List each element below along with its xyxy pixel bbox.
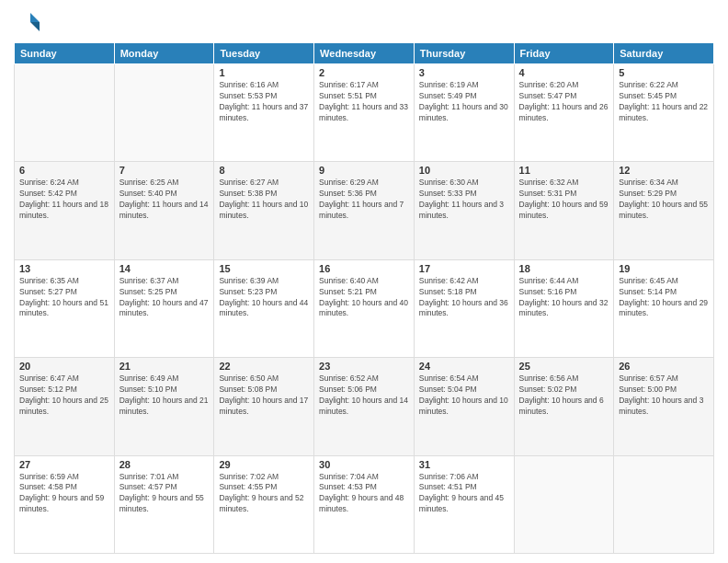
calendar-cell: 22Sunrise: 6:50 AMSunset: 5:08 PMDayligh… bbox=[214, 358, 314, 455]
week-row-1: 1Sunrise: 6:16 AMSunset: 5:53 PMDaylight… bbox=[15, 64, 714, 162]
logo bbox=[14, 9, 43, 35]
weekday-header-monday: Monday bbox=[114, 43, 214, 64]
day-info: Sunrise: 6:49 AMSunset: 5:10 PMDaylight:… bbox=[119, 373, 210, 418]
day-number: 20 bbox=[19, 361, 109, 372]
day-number: 30 bbox=[319, 459, 409, 470]
calendar-cell: 13Sunrise: 6:35 AMSunset: 5:27 PMDayligh… bbox=[15, 259, 115, 357]
calendar-cell: 8Sunrise: 6:27 AMSunset: 5:38 PMDaylight… bbox=[214, 162, 314, 259]
day-number: 2 bbox=[319, 67, 409, 78]
week-row-2: 6Sunrise: 6:24 AMSunset: 5:42 PMDaylight… bbox=[15, 162, 714, 259]
day-number: 28 bbox=[119, 459, 210, 470]
day-number: 8 bbox=[219, 165, 309, 176]
day-number: 6 bbox=[19, 165, 109, 176]
day-info: Sunrise: 6:44 AMSunset: 5:16 PMDaylight:… bbox=[519, 276, 609, 320]
calendar-cell: 28Sunrise: 7:01 AMSunset: 4:57 PMDayligh… bbox=[114, 455, 214, 553]
day-number: 1 bbox=[219, 67, 309, 78]
weekday-header-tuesday: Tuesday bbox=[214, 43, 314, 64]
calendar-cell: 26Sunrise: 6:57 AMSunset: 5:00 PMDayligh… bbox=[614, 358, 714, 455]
calendar-cell bbox=[15, 64, 115, 162]
day-info: Sunrise: 6:47 AMSunset: 5:12 PMDaylight:… bbox=[19, 373, 109, 418]
day-info: Sunrise: 6:45 AMSunset: 5:14 PMDaylight:… bbox=[619, 276, 709, 320]
day-number: 15 bbox=[219, 263, 309, 274]
day-info: Sunrise: 6:42 AMSunset: 5:18 PMDaylight:… bbox=[419, 276, 509, 320]
calendar-cell bbox=[614, 455, 714, 553]
day-number: 10 bbox=[419, 165, 509, 176]
day-number: 26 bbox=[619, 361, 709, 372]
calendar-cell: 2Sunrise: 6:17 AMSunset: 5:51 PMDaylight… bbox=[314, 64, 415, 162]
day-info: Sunrise: 6:30 AMSunset: 5:33 PMDaylight:… bbox=[419, 178, 509, 222]
day-info: Sunrise: 6:35 AMSunset: 5:27 PMDaylight:… bbox=[19, 276, 109, 320]
weekday-header-sunday: Sunday bbox=[15, 43, 115, 64]
day-info: Sunrise: 7:01 AMSunset: 4:57 PMDaylight:… bbox=[119, 472, 210, 516]
day-number: 29 bbox=[219, 459, 309, 470]
calendar-table: SundayMondayTuesdayWednesdayThursdayFrid… bbox=[14, 42, 714, 554]
week-row-5: 27Sunrise: 6:59 AMSunset: 4:58 PMDayligh… bbox=[15, 455, 714, 553]
calendar-cell: 17Sunrise: 6:42 AMSunset: 5:18 PMDayligh… bbox=[414, 259, 514, 357]
calendar-cell: 16Sunrise: 6:40 AMSunset: 5:21 PMDayligh… bbox=[314, 259, 415, 357]
day-info: Sunrise: 6:27 AMSunset: 5:38 PMDaylight:… bbox=[219, 178, 309, 222]
day-info: Sunrise: 6:29 AMSunset: 5:36 PMDaylight:… bbox=[319, 178, 409, 222]
day-info: Sunrise: 6:52 AMSunset: 5:06 PMDaylight:… bbox=[319, 373, 409, 418]
day-number: 22 bbox=[219, 361, 309, 372]
week-row-3: 13Sunrise: 6:35 AMSunset: 5:27 PMDayligh… bbox=[15, 259, 714, 357]
calendar-cell: 7Sunrise: 6:25 AMSunset: 5:40 PMDaylight… bbox=[114, 162, 214, 259]
calendar-cell: 5Sunrise: 6:22 AMSunset: 5:45 PMDaylight… bbox=[614, 64, 714, 162]
calendar-cell: 23Sunrise: 6:52 AMSunset: 5:06 PMDayligh… bbox=[314, 358, 415, 455]
day-info: Sunrise: 7:06 AMSunset: 4:51 PMDaylight:… bbox=[419, 472, 509, 516]
day-number: 25 bbox=[519, 361, 609, 372]
calendar-cell: 30Sunrise: 7:04 AMSunset: 4:53 PMDayligh… bbox=[314, 455, 415, 553]
calendar-cell: 4Sunrise: 6:20 AMSunset: 5:47 PMDaylight… bbox=[514, 64, 614, 162]
weekday-header-friday: Friday bbox=[514, 43, 614, 64]
day-info: Sunrise: 6:17 AMSunset: 5:51 PMDaylight:… bbox=[319, 80, 409, 124]
day-number: 23 bbox=[319, 361, 409, 372]
week-row-4: 20Sunrise: 6:47 AMSunset: 5:12 PMDayligh… bbox=[15, 358, 714, 455]
weekday-header-saturday: Saturday bbox=[614, 43, 714, 64]
calendar-cell: 29Sunrise: 7:02 AMSunset: 4:55 PMDayligh… bbox=[214, 455, 314, 553]
day-info: Sunrise: 6:25 AMSunset: 5:40 PMDaylight:… bbox=[119, 178, 210, 222]
calendar-cell: 31Sunrise: 7:06 AMSunset: 4:51 PMDayligh… bbox=[414, 455, 514, 553]
day-number: 13 bbox=[19, 263, 109, 274]
day-number: 17 bbox=[419, 263, 509, 274]
day-number: 14 bbox=[119, 263, 210, 274]
day-number: 16 bbox=[319, 263, 409, 274]
day-info: Sunrise: 6:56 AMSunset: 5:02 PMDaylight:… bbox=[519, 373, 609, 418]
weekday-header-thursday: Thursday bbox=[414, 43, 514, 64]
day-info: Sunrise: 6:34 AMSunset: 5:29 PMDaylight:… bbox=[619, 178, 709, 222]
day-number: 4 bbox=[519, 67, 609, 78]
calendar-cell: 18Sunrise: 6:44 AMSunset: 5:16 PMDayligh… bbox=[514, 259, 614, 357]
header bbox=[14, 9, 714, 35]
day-number: 5 bbox=[619, 67, 709, 78]
logo-icon bbox=[14, 9, 40, 35]
day-info: Sunrise: 7:02 AMSunset: 4:55 PMDaylight:… bbox=[219, 472, 309, 516]
day-number: 27 bbox=[19, 459, 109, 470]
day-info: Sunrise: 6:59 AMSunset: 4:58 PMDaylight:… bbox=[19, 472, 109, 516]
day-info: Sunrise: 6:19 AMSunset: 5:49 PMDaylight:… bbox=[419, 80, 509, 124]
calendar-cell: 3Sunrise: 6:19 AMSunset: 5:49 PMDaylight… bbox=[414, 64, 514, 162]
calendar-cell: 24Sunrise: 6:54 AMSunset: 5:04 PMDayligh… bbox=[414, 358, 514, 455]
calendar-cell: 10Sunrise: 6:30 AMSunset: 5:33 PMDayligh… bbox=[414, 162, 514, 259]
weekday-header-wednesday: Wednesday bbox=[314, 43, 415, 64]
day-info: Sunrise: 6:16 AMSunset: 5:53 PMDaylight:… bbox=[219, 80, 309, 124]
calendar-cell bbox=[514, 455, 614, 553]
day-number: 24 bbox=[419, 361, 509, 372]
day-info: Sunrise: 7:04 AMSunset: 4:53 PMDaylight:… bbox=[319, 472, 409, 516]
day-number: 3 bbox=[419, 67, 509, 78]
day-number: 18 bbox=[519, 263, 609, 274]
day-number: 19 bbox=[619, 263, 709, 274]
day-info: Sunrise: 6:32 AMSunset: 5:31 PMDaylight:… bbox=[519, 178, 609, 222]
day-info: Sunrise: 6:39 AMSunset: 5:23 PMDaylight:… bbox=[219, 276, 309, 320]
day-number: 12 bbox=[619, 165, 709, 176]
calendar-cell: 20Sunrise: 6:47 AMSunset: 5:12 PMDayligh… bbox=[15, 358, 115, 455]
day-info: Sunrise: 6:37 AMSunset: 5:25 PMDaylight:… bbox=[119, 276, 210, 320]
day-number: 31 bbox=[419, 459, 509, 470]
day-number: 9 bbox=[319, 165, 409, 176]
day-info: Sunrise: 6:54 AMSunset: 5:04 PMDaylight:… bbox=[419, 373, 509, 418]
day-info: Sunrise: 6:40 AMSunset: 5:21 PMDaylight:… bbox=[319, 276, 409, 320]
weekday-header-row: SundayMondayTuesdayWednesdayThursdayFrid… bbox=[15, 43, 714, 64]
day-number: 11 bbox=[519, 165, 609, 176]
calendar-cell bbox=[114, 64, 214, 162]
day-number: 7 bbox=[119, 165, 210, 176]
calendar-cell: 9Sunrise: 6:29 AMSunset: 5:36 PMDaylight… bbox=[314, 162, 415, 259]
calendar-cell: 25Sunrise: 6:56 AMSunset: 5:02 PMDayligh… bbox=[514, 358, 614, 455]
calendar-cell: 11Sunrise: 6:32 AMSunset: 5:31 PMDayligh… bbox=[514, 162, 614, 259]
